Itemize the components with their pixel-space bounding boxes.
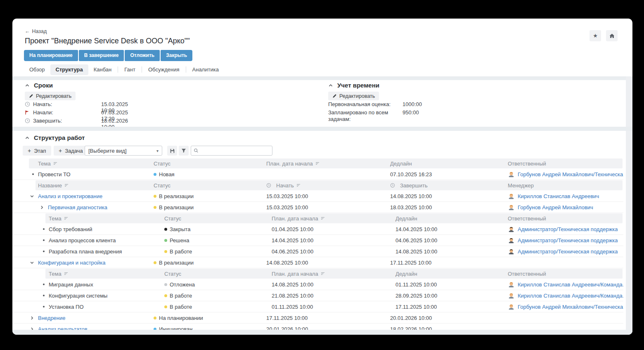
person-link[interactable]: Администратор/Техническая поддержка [518,248,618,255]
column-header-status[interactable]: Статус [153,158,266,169]
add-task-button[interactable]: + Задача [54,146,88,156]
tab-structure[interactable]: Структура [50,64,88,75]
table-row[interactable]: Конфигурация и настройка В реализации 14… [12,257,623,268]
column-header-start[interactable]: Начать [266,182,301,189]
column-header-deadline[interactable]: Дедлайн [390,158,508,169]
table-row[interactable]: Анализ процессов клиента Решена 14.04.20… [12,235,623,246]
column-header-status[interactable]: Статус [153,180,266,191]
status-label: В работе [170,304,192,310]
task-name: Анализ процессов клиента [49,237,116,244]
tab-overview[interactable]: Обзор [24,64,50,75]
plan-start-date: 04.06.2025 10:00 [266,246,390,257]
tab-kanban[interactable]: Канбан [88,64,117,75]
stage-link[interactable]: Конфигурация и настройка [38,260,106,266]
column-header-responsible[interactable]: Ответственный [508,213,623,224]
sort-icon [53,161,57,166]
admin-avatar-icon [508,226,515,233]
person-link[interactable]: Администратор/Техническая поддержка [518,237,618,244]
back-link[interactable]: ← Назад [25,28,47,34]
favorite-button[interactable]: ★ [590,30,601,41]
column-header-plan-start[interactable]: План. дата начала [272,271,325,277]
chevron-down-icon[interactable] [30,194,38,199]
person-link[interactable]: Горбунов Андрей Михайлович/Техническа... [518,171,623,177]
table-row[interactable]: Установка ПО В работе 01.11.2025 10:00 1… [12,301,623,312]
search-box [191,146,272,156]
table-row[interactable]: Конфигурация системы В работе 21.08.2025… [12,290,623,301]
dates-section-header[interactable]: Сроки [25,82,53,89]
view-select[interactable]: [Выберите вид] ▾ [85,146,162,156]
task-name: Сбор требований [49,226,92,232]
table-row[interactable]: Разработка плана внедрения В работе 04.0… [12,246,623,257]
chevron-down-icon[interactable] [30,260,38,265]
person-link[interactable]: Кириллов Станислав Андреевич/Команда... [518,281,623,288]
deadline-date: 04.06.2025 10:00 [390,235,508,246]
person-link[interactable]: Горбунов Андрей Михайлович/Техническа... [518,304,623,310]
stage-link[interactable]: Внедрение [38,315,66,321]
edit-time-button[interactable]: Редактировать [328,92,379,100]
status-label: На планировании [159,315,203,321]
column-header-responsible[interactable]: Ответственный [508,268,623,279]
bullet-icon [40,295,49,296]
status-dot-icon [164,239,167,242]
person-link[interactable]: Кириллов Станислав Андреевич/Команда... [518,293,623,299]
tab-gantt[interactable]: Гант [119,64,141,75]
time-section-header[interactable]: Учет времени [328,82,379,89]
person-link[interactable]: Администратор/Техническая поддержка [518,226,618,232]
column-header-responsible[interactable]: Ответственный [508,158,623,169]
status-label: Решена [170,237,189,244]
column-header-theme[interactable]: Тема [38,161,57,167]
column-header-deadline[interactable]: Дедлайн [390,213,508,224]
add-stage-button[interactable]: + Этап [23,146,51,156]
column-header-name[interactable]: Название [38,182,69,189]
column-header-theme[interactable]: Тема [49,215,68,222]
to-completion-button[interactable]: В завершение [79,50,124,61]
stage-link[interactable]: Анализ и проектирование [38,193,102,199]
tab-analytics[interactable]: Аналитика [187,64,224,75]
home-button[interactable] [606,30,618,41]
status-dot-icon [164,228,167,231]
stage-link[interactable]: Первичная диагностика [48,204,107,210]
column-header-status[interactable]: Статус [153,268,266,279]
column-header-status[interactable]: Статус [153,213,266,224]
status-dot-icon [164,250,167,253]
status-dot-icon [154,206,156,209]
person-link[interactable]: Горбунов Андрей Михайлович [518,204,593,210]
table-row[interactable]: Миграция данных Отложена 14.08.2025 10:0… [12,279,623,290]
column-header-plan-start[interactable]: План. дата начала [272,215,325,222]
scrollbar-track[interactable] [626,76,632,335]
person-link[interactable]: Кириллов Станислав Андреевич [518,193,599,199]
table-row[interactable]: Сбор требований Закрыта 01.04.2025 10:00… [12,224,623,235]
table-row[interactable]: Провести ТО Новая 07.10.2025 16:23 Горбу… [12,169,623,180]
status-dot-icon [164,294,167,297]
search-input[interactable] [191,146,272,156]
status-dot-icon [154,195,156,198]
section-title: Сроки [34,82,53,89]
to-planning-button[interactable]: На планирование [24,50,78,61]
column-header-theme[interactable]: Тема [49,271,68,277]
column-header-deadline[interactable]: Дедлайн [390,268,508,279]
column-header-manager[interactable]: Менеджер [508,180,623,191]
search-icon [194,148,199,153]
table-row[interactable]: Внедрение На планировании 17.11.2025 10:… [12,312,623,324]
user-avatar-icon [508,292,515,299]
user-avatar-icon [508,303,515,310]
table-row[interactable]: Первичная диагностика В реализации 15.03… [12,202,623,213]
plan-start-date: 14.04.2025 10:00 [266,235,390,246]
start-date: 14.08.2025 10:00 [266,257,390,268]
column-header-plan-start[interactable]: План. дата начала [266,161,320,167]
table-row[interactable]: Анализ и проектирование В реализации 15.… [12,191,623,202]
save-view-button[interactable] [167,146,177,156]
tab-discussions[interactable]: Обсуждения [143,64,185,75]
edit-dates-button[interactable]: Редактировать [25,92,76,100]
task-name: Конфигурация системы [49,293,107,299]
pencil-icon [29,94,33,98]
filter-button[interactable] [179,146,189,156]
column-header-finish[interactable]: Завершить [390,182,428,189]
table-header-row: Название Статус Начать Завершить Менедже… [12,180,623,191]
chevron-right-icon[interactable] [40,205,48,210]
chevron-right-icon[interactable] [30,316,38,320]
close-button[interactable]: Закрыть [161,50,192,61]
postpone-button[interactable]: Отложить [125,50,160,61]
work-section-header[interactable]: Структура работ [25,134,85,141]
time-row: Первоначальная оценка: 1000:00 [328,101,395,108]
